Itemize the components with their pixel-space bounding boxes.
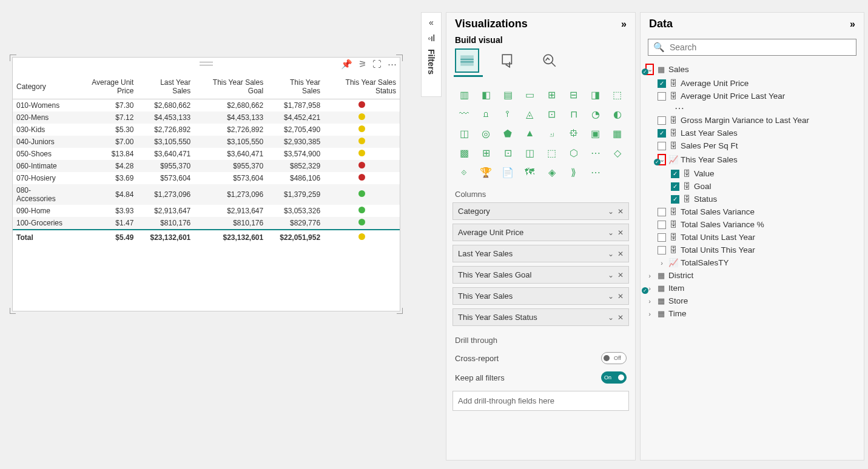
checkbox-icon[interactable] xyxy=(658,142,666,150)
field-well[interactable]: This Year Sales Status⌄✕ xyxy=(453,308,629,326)
column-header[interactable]: Category xyxy=(13,75,73,99)
table-time[interactable]: › ▦ Time xyxy=(644,307,860,320)
table-row[interactable]: 030-Kids$5.30$2,726,892$2,726,892$2,705,… xyxy=(13,124,400,136)
filter-icon[interactable]: ⚞ xyxy=(358,59,366,70)
field-this-year-sales[interactable]: ⌄ 📈✓ This Year Sales xyxy=(644,152,860,167)
chart-type-button[interactable]: ◇ xyxy=(608,145,627,161)
table-row[interactable]: 020-Mens$7.12$4,453,133$4,453,133$4,452,… xyxy=(13,111,400,124)
table-visual[interactable]: 📌 ⚞ ⛶ ⋯ CategoryAverage Unit PriceLast Y… xyxy=(12,57,400,311)
field-average-unit-price[interactable]: ✓ 🗄 Average Unit Price xyxy=(644,77,860,90)
chart-type-button[interactable]: ⩍ xyxy=(477,106,495,122)
chart-type-button[interactable]: ▣ xyxy=(587,125,605,141)
field-well[interactable]: This Year Sales⌄✕ xyxy=(453,287,629,305)
chart-type-button[interactable]: ⟫ xyxy=(565,164,583,180)
remove-icon[interactable]: ✕ xyxy=(617,292,624,301)
field-total-sales-ty[interactable]: › 📈 TotalSalesTY xyxy=(644,256,860,269)
table-row[interactable]: 040-Juniors$7.00$3,105,550$3,105,550$2,9… xyxy=(13,136,400,148)
chart-type-button[interactable]: ◨ xyxy=(587,87,605,102)
pin-icon[interactable]: 📌 xyxy=(341,59,352,70)
chevron-down-icon[interactable]: ⌄ xyxy=(608,292,614,301)
drag-grip-icon[interactable] xyxy=(200,62,213,65)
table-row[interactable]: 100-Groceries$1.47$810,176$810,176$829,7… xyxy=(13,217,400,230)
field-total-units-last-year[interactable]: 🗄 Total Units Last Year xyxy=(644,231,860,244)
field-status[interactable]: ✓ 🗄 Status xyxy=(644,193,860,205)
filters-pane-collapsed[interactable]: « ◦ıl Filters xyxy=(421,12,442,97)
chart-type-button[interactable]: ▩ xyxy=(455,145,473,161)
checkbox-checked-icon[interactable]: ✓ xyxy=(671,195,679,204)
table-row[interactable]: 010-Womens$7.30$2,680,662$2,680,662$1,78… xyxy=(13,99,400,112)
chart-type-button[interactable]: ⯐ xyxy=(565,125,583,141)
remove-icon[interactable]: ✕ xyxy=(617,228,624,237)
checkbox-checked-icon[interactable]: ✓ xyxy=(658,129,666,138)
chart-type-button[interactable]: ⊡ xyxy=(543,106,561,122)
chart-type-button[interactable]: ⋯ xyxy=(587,145,605,161)
cross-report-toggle[interactable] xyxy=(601,352,627,364)
search-field[interactable]: 🔍 xyxy=(648,39,856,56)
column-header[interactable]: This Year Sales Goal xyxy=(194,75,267,99)
chevron-down-icon[interactable]: ⌄ xyxy=(608,313,614,322)
chart-type-button[interactable]: ⋯ xyxy=(587,164,605,180)
collapse-viz-icon[interactable]: » xyxy=(621,19,627,30)
more-options-icon[interactable]: ⋯ xyxy=(388,59,397,70)
field-well[interactable]: Last Year Sales⌄✕ xyxy=(453,245,629,262)
field-well[interactable]: Average Unit Price⌄✕ xyxy=(453,224,629,241)
chart-type-button[interactable]: ⬚ xyxy=(543,145,561,161)
remove-icon[interactable]: ✕ xyxy=(617,207,624,216)
chart-type-button[interactable]: ⊞ xyxy=(543,87,561,102)
field-total-units-this-year[interactable]: 🗄 Total Units This Year xyxy=(644,244,860,256)
chart-type-button[interactable]: ▥ xyxy=(455,87,473,102)
table-sales[interactable]: ⌄ ▦✓ Sales xyxy=(644,62,860,77)
field-well[interactable]: Category⌄✕ xyxy=(453,202,629,220)
column-header[interactable]: Last Year Sales xyxy=(137,75,194,99)
chart-type-button[interactable]: ⊓ xyxy=(565,106,583,122)
field-total-sales-variance-pct[interactable]: 🗄 Total Sales Variance % xyxy=(644,218,860,231)
table-row[interactable]: 080-Accessories$4.84$1,273,096$1,273,096… xyxy=(13,184,400,205)
chart-type-button[interactable]: ⟐ xyxy=(455,164,473,180)
chart-type-button[interactable]: ▲ xyxy=(520,125,539,141)
field-last-year-sales[interactable]: ✓ 🗄 Last Year Sales xyxy=(644,127,860,139)
visual-header[interactable]: 📌 ⚞ ⛶ ⋯ xyxy=(13,58,400,70)
chevron-right-icon[interactable]: › xyxy=(645,298,654,305)
chart-type-button[interactable]: 🗺 xyxy=(520,164,539,180)
drill-through-drop-area[interactable]: Add drill-through fields here xyxy=(453,391,629,411)
chart-type-button[interactable]: 📄 xyxy=(499,164,517,180)
field-average-unit-price-last-year[interactable]: 🗄 Average Unit Price Last Year xyxy=(644,90,860,102)
checkbox-icon[interactable] xyxy=(658,116,666,125)
chart-type-button[interactable]: 🏆 xyxy=(477,164,495,180)
chart-type-button[interactable]: ▭ xyxy=(520,87,539,102)
table-row[interactable]: 060-Intimate$4.28$955,370$955,370$852,32… xyxy=(13,160,400,172)
keep-filters-toggle[interactable] xyxy=(601,371,627,384)
build-visual-tab[interactable] xyxy=(455,48,479,73)
chart-type-button[interactable]: ◫ xyxy=(455,125,473,141)
chart-type-button[interactable]: 〰 xyxy=(455,106,473,122)
column-header[interactable]: This Year Sales xyxy=(267,75,324,99)
chart-type-button[interactable]: ▤ xyxy=(499,87,517,102)
chart-type-button[interactable]: ◔ xyxy=(587,106,605,122)
table-row[interactable]: 050-Shoes$13.84$3,640,471$3,640,471$3,57… xyxy=(13,148,400,160)
chart-type-button[interactable]: ⬟ xyxy=(499,125,517,141)
checkbox-icon[interactable] xyxy=(658,92,666,101)
remove-icon[interactable]: ✕ xyxy=(617,313,624,322)
field-sales-per-sq-ft[interactable]: 🗄 Sales Per Sq Ft xyxy=(644,139,860,152)
table-row[interactable]: 090-Home$3.93$2,913,647$2,913,647$3,053,… xyxy=(13,205,400,217)
field-well[interactable]: This Year Sales Goal⌄✕ xyxy=(453,266,629,284)
total-row[interactable]: Total$5.49$23,132,601$23,132,601$22,051,… xyxy=(13,230,400,244)
field-value[interactable]: ✓ 🗄 Value xyxy=(644,167,860,180)
table-store[interactable]: › ▦ Store xyxy=(644,294,860,307)
chart-type-button[interactable]: ◫ xyxy=(520,145,539,161)
more-fields-icon[interactable]: ⋯ xyxy=(644,102,860,114)
chart-type-button[interactable]: ⬚ xyxy=(608,87,627,102)
chart-type-button[interactable]: ⫯ xyxy=(499,106,517,122)
chevron-right-icon[interactable]: › xyxy=(645,310,654,318)
remove-icon[interactable]: ✕ xyxy=(617,271,624,279)
chart-type-button[interactable]: ◧ xyxy=(477,87,495,102)
field-total-sales-variance[interactable]: 🗄 Total Sales Variance xyxy=(644,205,860,218)
field-gross-margin-variance[interactable]: 🗄 Gross Margin Variance to Last Year xyxy=(644,114,860,127)
chart-type-button[interactable]: ◎ xyxy=(477,125,495,141)
chevron-down-icon[interactable]: ⌄ xyxy=(608,250,614,258)
chevron-right-icon[interactable]: › xyxy=(658,259,666,267)
chart-type-button[interactable]: ⊟ xyxy=(565,87,583,102)
chart-type-button[interactable]: ▦ xyxy=(608,125,627,141)
chart-type-button[interactable]: ⟓ xyxy=(543,125,561,141)
checkbox-icon[interactable] xyxy=(658,221,666,229)
